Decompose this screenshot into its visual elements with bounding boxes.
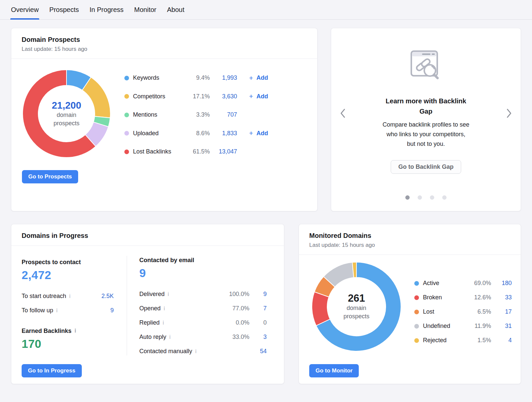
page-content: Domain Prospects Last update: 15 hours a… [0, 20, 532, 384]
card-title: Domains in Progress [22, 232, 274, 240]
stat-value-link[interactable]: 9 [249, 291, 267, 298]
go-to-backlink-gap-button[interactable]: Go to Backlink Gap [391, 160, 461, 174]
description-line: Compare backlink profiles to see [359, 120, 492, 130]
card-title: Domain Prospects [22, 36, 307, 44]
legend-count-link[interactable]: 3,630 [210, 93, 237, 100]
legend-count-link[interactable]: 1,833 [210, 130, 237, 137]
legend-label: Uploaded [133, 130, 185, 137]
legend-color-dot [124, 150, 129, 154]
monitored-domains-donut-chart[interactable]: 261 domain prospects [311, 261, 402, 352]
legend-color-dot [124, 113, 129, 117]
info-icon[interactable]: i [168, 291, 169, 297]
add-keywords-link[interactable]: + Add [249, 74, 268, 81]
legend-percent: 8.6% [185, 130, 210, 137]
info-icon[interactable]: i [169, 334, 171, 340]
stat-value-link[interactable]: 54 [249, 348, 267, 355]
legend-color-dot [124, 131, 129, 136]
title-line: Gap [379, 106, 472, 117]
stat-percent: 77.0% [219, 305, 249, 312]
stat-row-delivered: Delivered i 100.0% 9 [139, 287, 267, 301]
legend-item-competitors: Competitors 17.1% 3,630 + Add [124, 87, 268, 106]
backlink-gap-description: Compare backlink profiles to see who lin… [359, 120, 492, 149]
carousel-dot-4[interactable] [442, 195, 447, 200]
go-to-prospects-button[interactable]: Go to Prospects [22, 170, 78, 183]
carousel-prev-arrow-icon[interactable] [340, 108, 346, 119]
carousel-dot-2[interactable] [418, 195, 422, 200]
domain-prospects-header: Domain Prospects Last update: 15 hours a… [11, 28, 317, 58]
description-line: who links to your competitors, [359, 130, 492, 139]
legend-count-link[interactable]: 1,993 [210, 74, 237, 81]
tab-in-progress[interactable]: In Progress [89, 6, 124, 19]
carousel-next-arrow-icon[interactable] [506, 108, 512, 119]
add-label: Add [256, 130, 268, 137]
legend-label: Broken [423, 294, 465, 301]
donut-center-label: 261 domain prospects [311, 261, 402, 352]
tab-monitor[interactable]: Monitor [134, 6, 157, 19]
earned-backlinks-heading: Earned Backlinks i [22, 328, 127, 335]
legend-count-link[interactable]: 4 [491, 337, 512, 344]
vertical-divider [127, 256, 127, 355]
legend-color-dot [124, 94, 129, 99]
legend-color-dot [414, 338, 419, 343]
stat-value-link[interactable]: 7 [249, 305, 267, 312]
legend-count-link[interactable]: 33 [491, 294, 512, 301]
legend-count-link[interactable]: 17 [491, 308, 512, 315]
tab-overview[interactable]: Overview [10, 6, 39, 19]
add-uploaded-link[interactable]: + Add [249, 130, 268, 137]
info-icon[interactable]: i [163, 320, 164, 326]
legend-percent: 17.1% [185, 93, 210, 100]
legend-label: Rejected [423, 337, 465, 344]
legend-item-rejected: Rejected 1.5% 4 [414, 333, 512, 348]
stat-percent: 100.0% [219, 291, 249, 298]
legend-count-link[interactable]: 31 [491, 323, 512, 330]
go-to-monitor-button[interactable]: Go to Monitor [309, 364, 359, 377]
stat-value-link[interactable]: 2.5K [90, 293, 114, 300]
legend-color-dot [124, 76, 129, 80]
info-icon[interactable]: i [56, 308, 58, 314]
legend-percent: 6.5% [465, 308, 491, 315]
earned-backlinks-value: 170 [22, 338, 127, 350]
legend-percent: 12.6% [465, 294, 491, 301]
legend-percent: 61.5% [185, 148, 210, 155]
contacted-by-email-value: 9 [139, 267, 267, 279]
prospects-to-contact-value: 2,472 [22, 269, 127, 281]
info-icon[interactable]: i [74, 328, 76, 335]
info-icon[interactable]: i [164, 306, 165, 312]
stat-row-auto-reply: Auto reply i 33.0% 3 [139, 330, 267, 344]
legend-label: Competitors [133, 93, 185, 100]
carousel-dot-3[interactable] [430, 195, 434, 200]
plus-icon: + [249, 93, 253, 99]
stat-value-link[interactable]: 9 [90, 307, 114, 314]
stat-percent: 33.0% [219, 334, 249, 341]
stat-value-link[interactable]: 3 [249, 334, 267, 341]
monitored-domains-legend: Active 69.0% 180 Broken 12.6% 33 Lost 6.… [414, 276, 512, 352]
stat-row-to-follow-up: To follow up i 9 [22, 303, 114, 318]
donut-center-caption: prospects [54, 119, 79, 128]
tab-about[interactable]: About [166, 6, 185, 19]
legend-color-dot [414, 281, 419, 286]
legend-count-link[interactable]: 180 [491, 280, 512, 287]
legend-color-dot [414, 324, 419, 329]
title-line: Learn more with Backlink [379, 96, 472, 106]
stat-label: Delivered [139, 291, 165, 298]
add-competitors-link[interactable]: + Add [249, 93, 268, 100]
donut-center-caption: prospects [343, 312, 369, 321]
legend-count-link[interactable]: 13,047 [210, 148, 237, 155]
donut-center-label: 21,200 domain prospects [22, 69, 111, 158]
tab-prospects[interactable]: Prospects [49, 6, 79, 19]
carousel-dots [405, 195, 447, 200]
legend-item-uploaded: Uploaded 8.6% 1,833 + Add [124, 124, 268, 143]
info-icon[interactable]: i [69, 293, 70, 299]
prospects-to-contact-heading: Prospects to contact [22, 259, 127, 266]
legend-label: Keywords [133, 74, 185, 81]
legend-percent: 11.9% [465, 323, 491, 330]
legend-count-link[interactable]: 707 [210, 111, 237, 118]
donut-center-caption: domain [346, 304, 366, 312]
stat-label: Contacted manually [139, 348, 192, 355]
domains-in-progress-card: Domains in Progress Prospects to contact… [11, 224, 284, 384]
contacted-by-email-section: Contacted by email 9 Delivered i 100.0% … [127, 246, 284, 358]
info-icon[interactable]: i [195, 349, 197, 354]
domain-prospects-donut-chart[interactable]: 21,200 domain prospects [22, 69, 111, 158]
carousel-dot-1[interactable] [405, 195, 410, 200]
go-to-in-progress-button[interactable]: Go to In Progress [22, 364, 82, 377]
